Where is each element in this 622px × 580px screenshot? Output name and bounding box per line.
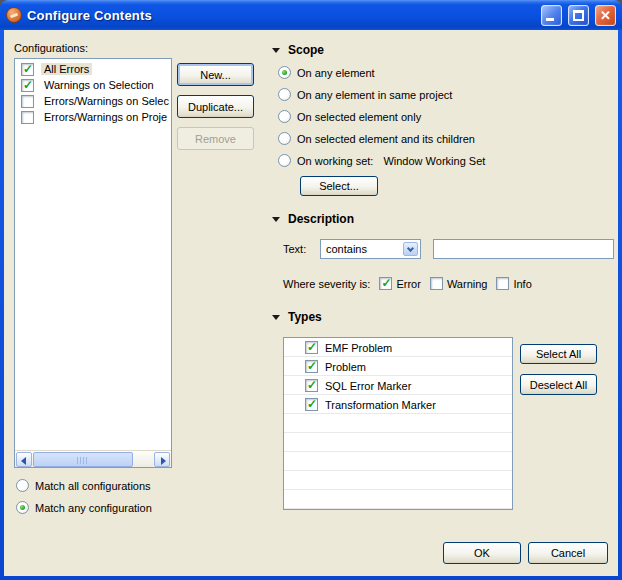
configuration-row[interactable]: Warnings on Selection [15,77,171,93]
severity-option-error[interactable]: Error [379,276,420,291]
dialog-body: Configurations: All Errors Warnings on S… [4,30,618,576]
configuration-checkbox[interactable] [21,79,34,92]
scroll-thumb[interactable] [33,452,133,467]
configuration-checkbox[interactable] [21,95,34,108]
severity-row: Where severity is: Error Warning Info [283,276,532,291]
maximize-icon [573,10,584,21]
maximize-button[interactable] [568,5,589,26]
text-label: Text: [283,243,306,255]
configuration-row[interactable]: Errors/Warnings on Proje [15,109,171,125]
scope-option-working-set[interactable]: On working set: Window Working Set [278,153,485,168]
scope-option[interactable]: On any element in same project [278,87,452,102]
combo-value: contains [326,243,367,255]
scope-option-label: On selected element only [297,111,421,123]
scope-option-label: On any element in same project [297,89,452,101]
match-all-label: Match all configurations [35,480,151,492]
collapse-arrow-icon [272,315,280,320]
type-row[interactable]: Problem [284,357,512,376]
types-header-label: Types [288,310,322,324]
titlebar[interactable]: Configure Contents ✕ [0,0,622,30]
description-header-label: Description [288,212,354,226]
match-any-label: Match any configuration [35,502,152,514]
scope-option[interactable]: On any element [278,65,375,80]
configuration-label[interactable]: All Errors [41,63,92,75]
cancel-button[interactable]: Cancel [528,542,608,564]
warning-label: Warning [447,278,488,290]
configurations-list[interactable]: All Errors Warnings on Selection Errors/… [14,58,172,468]
new-button[interactable]: New... [177,63,254,86]
configuration-label[interactable]: Warnings on Selection [41,79,157,91]
match-any-radio[interactable] [16,501,29,514]
match-all-radio[interactable] [16,479,29,492]
filter-icon [6,7,22,23]
configurations-label: Configurations: [14,42,88,54]
configuration-row[interactable]: Errors/Warnings on Selec [15,93,171,109]
remove-button: Remove [177,127,254,150]
horizontal-scrollbar[interactable] [15,450,171,467]
type-checkbox[interactable] [305,398,318,411]
severity-option-info[interactable]: Info [496,276,531,291]
close-icon: ✕ [596,6,615,25]
window-title: Configure Contents [27,8,535,23]
type-label: EMF Problem [325,342,392,354]
minimize-button[interactable] [541,5,562,26]
type-checkbox[interactable] [305,379,318,392]
select-working-set-button[interactable]: Select... [300,176,378,196]
warning-checkbox[interactable] [430,277,443,290]
description-text-input[interactable] [433,239,614,259]
scope-option-label: On working set: [297,155,373,167]
select-all-button[interactable]: Select All [520,344,597,364]
type-label: Problem [325,361,366,373]
error-checkbox[interactable] [379,277,392,290]
info-label: Info [513,278,531,290]
configure-contents-dialog: Configure Contents ✕ Configurations: All… [0,0,622,580]
collapse-arrow-icon [272,217,280,222]
working-set-value: Window Working Set [383,155,485,167]
deselect-all-button[interactable]: Deselect All [520,374,597,395]
scroll-right-button[interactable] [154,452,170,467]
scope-option[interactable]: On selected element and its children [278,131,475,146]
scope-radio[interactable] [278,88,291,101]
contains-combo[interactable]: contains [320,239,421,259]
scope-radio[interactable] [278,110,291,123]
scope-radio[interactable] [278,154,291,167]
match-any-option[interactable]: Match any configuration [16,500,152,515]
match-all-option[interactable]: Match all configurations [16,478,151,493]
scroll-left-icon [21,457,26,465]
duplicate-button[interactable]: Duplicate... [177,95,254,118]
configuration-checkbox[interactable] [21,63,34,76]
type-row[interactable]: EMF Problem [284,338,512,357]
configuration-label[interactable]: Errors/Warnings on Proje [41,111,170,123]
close-button[interactable]: ✕ [595,5,616,26]
collapse-arrow-icon [272,48,280,53]
scope-radio[interactable] [278,66,291,79]
types-list[interactable]: EMF Problem Problem SQL Error Marker Tra… [283,337,513,510]
minimize-icon [546,18,554,21]
severity-label: Where severity is: [283,278,370,290]
error-label: Error [396,278,420,290]
scope-option[interactable]: On selected element only [278,109,421,124]
type-row[interactable]: SQL Error Marker [284,376,512,395]
types-section-header[interactable]: Types [272,310,322,324]
scroll-right-icon [161,457,166,465]
type-checkbox[interactable] [305,341,318,354]
configuration-row[interactable]: All Errors [15,61,171,77]
chevron-down-icon [407,245,414,252]
ok-button[interactable]: OK [443,542,521,564]
scope-header-label: Scope [288,43,324,57]
configuration-checkbox[interactable] [21,111,34,124]
severity-option-warning[interactable]: Warning [430,276,488,291]
type-label: SQL Error Marker [325,380,411,392]
scroll-left-button[interactable] [16,452,32,467]
scope-section-header[interactable]: Scope [272,43,324,57]
scope-radio[interactable] [278,132,291,145]
type-checkbox[interactable] [305,360,318,373]
configuration-label[interactable]: Errors/Warnings on Selec [41,95,171,107]
scope-option-label: On selected element and its children [297,133,475,145]
description-section-header[interactable]: Description [272,212,354,226]
combo-dropdown-button[interactable] [403,242,418,256]
type-label: Transformation Marker [325,399,436,411]
scope-option-label: On any element [297,67,375,79]
type-row[interactable]: Transformation Marker [284,395,512,414]
info-checkbox[interactable] [496,277,509,290]
